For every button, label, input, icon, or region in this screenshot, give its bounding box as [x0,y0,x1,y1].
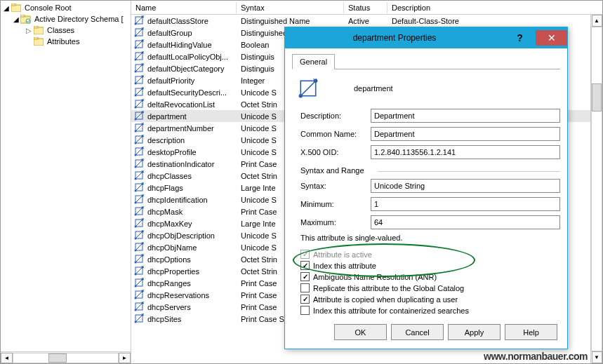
dialog-title: department Properties [285,33,504,43]
tree-classes[interactable]: ▷ Classes [1,25,131,36]
svg-point-39 [135,106,137,108]
single-valued-note: This attribute is single-valued. [292,234,560,242]
svg-point-4 [26,19,30,23]
attribute-icon [134,15,145,27]
column-status[interactable]: Status [344,2,387,13]
tab-strip: General [292,54,560,69]
column-syntax[interactable]: Syntax [237,2,344,13]
row-name-text: desktopProfile [147,148,197,156]
check-index[interactable] [300,261,310,270]
svg-line-114 [300,81,315,95]
svg-point-47 [135,130,137,132]
scroll-right-icon[interactable]: ► [119,353,131,363]
svg-line-38 [135,100,143,107]
svg-point-103 [135,297,137,299]
svg-point-63 [135,177,137,180]
check-container-label: Index this attribute for containerized s… [313,306,469,315]
svg-line-78 [135,220,143,227]
svg-point-19 [135,46,137,48]
svg-point-91 [135,261,137,263]
svg-point-23 [135,58,137,60]
scroll-track[interactable] [13,353,119,363]
scroll-left-icon[interactable]: ◄ [1,353,13,363]
close-button[interactable]: ✕ [536,30,567,46]
attribute-icon [134,135,145,146]
tab-general[interactable]: General [292,54,335,69]
tree-attributes[interactable]: Attributes [1,36,131,47]
svg-rect-6 [34,26,38,28]
properties-dialog: department Properties ? ✕ General depart… [284,27,568,349]
svg-point-87 [135,249,137,251]
check-anr[interactable] [300,272,310,281]
svg-point-107 [135,309,137,311]
cancel-button[interactable]: Cancel [391,324,444,340]
syntax-label: Syntax: [300,182,371,190]
apply-button[interactable]: Apply [448,324,501,340]
tree-label: Active Directory Schema [ [34,15,124,23]
tree-console-root[interactable]: ◢ Console Root [1,2,131,13]
list-row[interactable]: defaultClassStoreDistinguished NameActiv… [131,15,602,27]
min-label: Minimum: [300,200,371,208]
row-name-text: dhcpProperties [147,267,199,276]
help-button[interactable]: Help [505,324,557,340]
attribute-icon [134,159,145,170]
svg-point-27 [135,70,137,72]
tree-schema[interactable]: ◢ Active Directory Schema [ [1,13,131,25]
titlebar[interactable]: department Properties ? ✕ [285,27,567,48]
row-name-text: defaultPriority [147,76,194,85]
attribute-icon [134,278,145,289]
cn-input [371,127,560,141]
expand-icon[interactable]: ◢ [13,15,20,23]
row-name-text: dhcpObjName [147,243,197,252]
svg-point-71 [135,201,137,203]
attribute-large-icon [298,78,319,99]
min-input [371,197,560,211]
check-copied[interactable] [300,295,310,304]
attribute-icon [134,147,145,158]
svg-point-51 [135,142,137,144]
tree-label: Classes [47,26,74,34]
svg-point-15 [135,34,137,36]
ok-button[interactable]: OK [334,324,387,340]
help-button[interactable]: ? [504,30,536,46]
max-label: Maximum: [300,218,371,227]
vertical-scrollbar[interactable]: ▲ ▼ [590,15,602,363]
check-container[interactable] [300,306,310,315]
scroll-track[interactable] [591,27,602,351]
svg-rect-1 [11,4,15,6]
scroll-up-icon[interactable]: ▲ [592,15,602,27]
desc-input[interactable] [371,109,560,123]
svg-point-43 [135,118,137,120]
svg-line-34 [135,88,143,95]
svg-line-94 [135,267,143,274]
row-name-text: dhcpServers [147,303,191,311]
row-syntax: Distinguished Name [237,17,344,25]
check-active-label: Attribute is active [313,250,372,259]
check-replicate[interactable] [300,283,310,292]
svg-point-95 [135,273,137,275]
column-desc[interactable]: Description [387,2,602,13]
expand-icon[interactable]: ▷ [26,27,33,34]
horizontal-scrollbar[interactable]: ◄ ► [1,351,131,363]
attribute-icon [134,99,145,110]
oid-label: X.500 OID: [300,148,371,156]
watermark: www.normanbauer.com [484,351,588,362]
list-header: Name Syntax Status Description [131,1,602,15]
attribute-icon [134,266,145,277]
svg-line-66 [135,184,143,191]
svg-line-90 [135,255,143,262]
row-name-text: defaultClassStore [147,17,208,25]
row-name-text: dhcpOptions [147,255,191,264]
svg-line-14 [135,29,143,36]
scroll-thumb[interactable] [592,83,602,112]
row-name-text: defaultSecurityDescri... [147,88,227,97]
header-label: department [354,84,393,93]
expand-icon[interactable]: ◢ [4,4,11,12]
scroll-thumb[interactable] [48,353,67,363]
column-name[interactable]: Name [131,2,237,13]
attribute-icon [134,242,145,253]
scroll-down-icon[interactable]: ▼ [592,351,602,363]
svg-line-22 [135,53,143,60]
svg-line-18 [135,41,143,48]
attribute-icon [134,87,145,98]
